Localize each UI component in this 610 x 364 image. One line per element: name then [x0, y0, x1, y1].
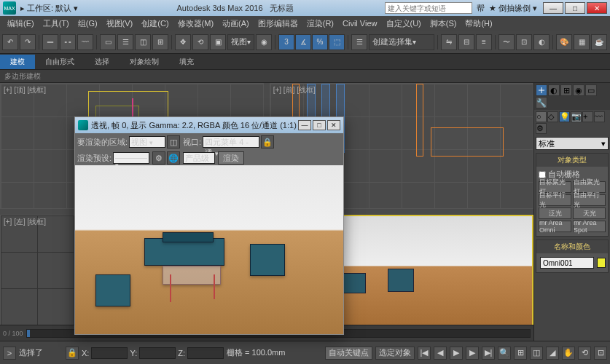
menu-rendering[interactable]: 渲染(R) [302, 17, 338, 31]
user-menu[interactable]: ★ 倒抽缘倒 ▾ [489, 3, 537, 14]
menu-script[interactable]: 脚本(S) [426, 17, 461, 31]
menu-customize[interactable]: 自定义(U) [382, 17, 426, 31]
object-name-input[interactable] [540, 257, 594, 269]
rendered-frame-window[interactable]: 透视, 帧 0, 显示 Gamma: 2.2, RGBA 颜色 16 位/通道 … [74, 116, 344, 335]
render-close-button[interactable]: ✕ [327, 120, 340, 130]
viewport-top-label[interactable]: [+] [顶] [线框] [4, 85, 46, 95]
keymode-dropdown[interactable]: 选定对象 [375, 347, 415, 360]
help-search-input[interactable] [385, 2, 472, 14]
name-color-header[interactable]: 名称和颜色 [536, 240, 608, 253]
fov-button[interactable]: ◢ [546, 347, 559, 360]
viewport-front-label[interactable]: [+] [前] [线框] [273, 85, 316, 95]
helpers-subtab[interactable]: + [582, 111, 593, 122]
menu-edit[interactable]: 编辑(E) [3, 17, 39, 31]
production-dropdown[interactable]: 产品级 ▾ [183, 152, 215, 164]
snap-toggle[interactable]: 3 [278, 34, 294, 50]
help-button[interactable]: 帮 [477, 3, 485, 14]
angle-snap-toggle[interactable]: ∡ [295, 34, 311, 50]
render-viewport-dropdown[interactable]: 四元菜单 4 - 透 ▾ [203, 136, 259, 148]
maximize-button[interactable]: □ [565, 2, 585, 14]
object-color-swatch[interactable] [597, 258, 606, 268]
mr-area-spot-button[interactable]: mr Area Spot [573, 221, 606, 232]
minimize-button[interactable]: — [543, 2, 563, 14]
menu-modifiers[interactable]: 修改器(M) [173, 17, 219, 31]
link-button[interactable] [42, 34, 58, 50]
render-minimize-button[interactable]: — [298, 120, 311, 130]
rendered-frame-button[interactable]: ▦ [574, 34, 590, 50]
window-crossing-button[interactable]: ⊞ [152, 34, 168, 50]
omni-button[interactable]: 泛光 [539, 207, 571, 219]
workspace-dropdown[interactable]: ▸ 工作区: 默认 ▾ [20, 3, 78, 14]
skylight-button[interactable]: 天光 [573, 207, 606, 219]
menu-animation[interactable]: 动画(A) [218, 17, 254, 31]
curve-editor-button[interactable]: 〜 [498, 34, 515, 50]
selection-lock-toggle[interactable]: 🔒 [66, 347, 79, 360]
category-dropdown[interactable]: 标准▾ [536, 137, 609, 150]
pan-button[interactable]: ✋ [562, 347, 575, 360]
render-window-titlebar[interactable]: 透视, 帧 0, 显示 Gamma: 2.2, RGBA 颜色 16 位/通道 … [75, 117, 343, 133]
maximize-viewport-button[interactable]: ⊡ [594, 347, 607, 360]
spacewarps-subtab[interactable]: 〰 [594, 111, 605, 122]
render-maximize-button[interactable]: □ [313, 120, 326, 130]
manage-selection-sets[interactable]: ☰ [351, 34, 367, 50]
select-region-button[interactable]: ◫ [135, 34, 151, 50]
render-setup-icon[interactable]: ⚙ [152, 151, 165, 165]
goto-end-button[interactable]: ▶| [482, 347, 495, 360]
menu-grapheditors[interactable]: 图形编辑器 [254, 17, 302, 31]
orbit-button[interactable]: ⟲ [578, 347, 591, 360]
render-button[interactable]: ☕ [591, 34, 607, 50]
render-output-view[interactable] [75, 165, 343, 334]
layer-button[interactable]: ≡ [476, 34, 492, 50]
menu-tools[interactable]: 工具(T) [39, 17, 74, 31]
rotate-button[interactable]: ⟲ [192, 34, 208, 50]
utilities-tab[interactable]: 🔧 [536, 97, 547, 108]
render-area-dropdown[interactable]: 视图 ▾ [129, 136, 165, 148]
tab-freeform[interactable]: 自由形式 [35, 55, 85, 69]
percent-snap-toggle[interactable]: % [312, 34, 328, 50]
schematic-view-button[interactable]: ⊡ [516, 34, 532, 50]
y-coord-input[interactable] [139, 347, 176, 359]
spinner-snap-toggle[interactable]: ⬚ [329, 34, 345, 50]
autokey-toggle[interactable]: 自动关键点 [325, 347, 372, 360]
mr-area-omni-button[interactable]: mr Area Omni [539, 221, 571, 232]
edit-region-button[interactable]: ◫ [167, 135, 180, 149]
menu-view[interactable]: 视图(V) [102, 17, 138, 31]
menu-civilview[interactable]: Civil View [338, 17, 381, 29]
play-button[interactable]: ▶ [450, 347, 463, 360]
hierarchy-tab[interactable]: ⊞ [560, 84, 572, 96]
zoom-button[interactable]: 🔍 [498, 347, 511, 360]
target-direct-button[interactable]: 目标平行光 [539, 194, 571, 206]
undo-button[interactable]: ↶ [2, 34, 18, 50]
app-logo[interactable]: MAX [3, 1, 16, 15]
tab-objectpaint[interactable]: 对象绘制 [120, 55, 169, 69]
unlink-button[interactable] [60, 34, 76, 50]
align-button[interactable]: ⊟ [458, 34, 474, 50]
modify-tab[interactable]: ◐ [548, 84, 560, 96]
zoom-extents-button[interactable]: ◫ [530, 347, 543, 360]
select-name-button[interactable]: ☰ [117, 34, 133, 50]
goto-start-button[interactable]: |◀ [418, 347, 431, 360]
maxscript-listener-button[interactable]: > [3, 347, 16, 360]
pivot-button[interactable]: ◉ [256, 34, 272, 50]
render-execute-button[interactable]: 渲染 [218, 151, 244, 165]
object-type-header[interactable]: 对象类型 [536, 154, 608, 167]
move-button[interactable]: ✥ [175, 34, 191, 50]
render-setup-button[interactable]: 🎨 [556, 34, 572, 50]
motion-tab[interactable]: ◉ [573, 84, 584, 96]
ref-coord-dropdown[interactable]: 视图 ▾ [227, 34, 254, 50]
tab-modeling[interactable]: 建模 [0, 55, 35, 69]
cameras-subtab[interactable]: 📷 [571, 111, 582, 122]
environment-icon[interactable]: 🌐 [167, 151, 180, 165]
scale-button[interactable]: ▣ [210, 34, 226, 50]
menu-group[interactable]: 组(G) [74, 17, 102, 31]
x-coord-input[interactable] [91, 347, 128, 359]
zoom-all-button[interactable]: ⊞ [514, 347, 527, 360]
z-coord-input[interactable] [187, 347, 224, 359]
select-button[interactable]: ▭ [100, 34, 116, 50]
display-tab[interactable]: ▭ [585, 84, 597, 96]
tab-selection[interactable]: 选择 [85, 55, 120, 69]
menu-help[interactable]: 帮助(H) [461, 17, 496, 31]
lock-viewport-button[interactable]: 🔒 [261, 135, 274, 149]
redo-button[interactable]: ↷ [20, 34, 36, 50]
bind-spacewarp-button[interactable]: 〰 [77, 34, 93, 50]
